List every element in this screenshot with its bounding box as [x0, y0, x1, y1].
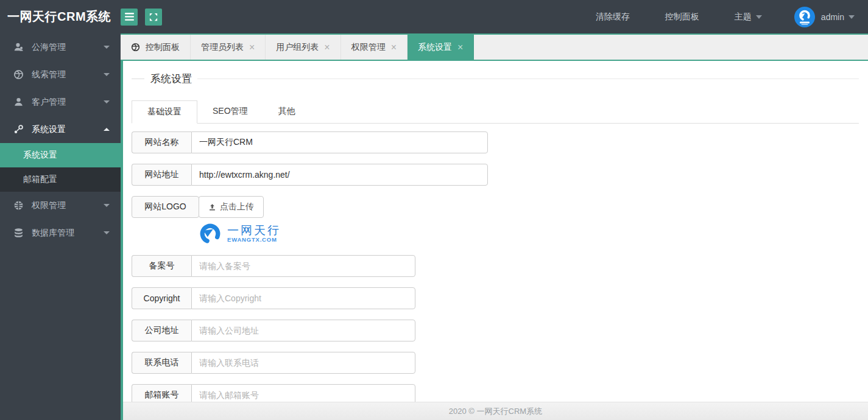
copyright-input[interactable] — [191, 287, 415, 309]
tab-basic-settings[interactable]: 基础设置 — [132, 100, 197, 124]
caret-down-icon — [756, 15, 762, 19]
settings-panel: 系统设置 基础设置 SEO管理 其他 网站名称 — [123, 61, 868, 402]
clear-cache-link[interactable]: 清除缓存 — [578, 0, 647, 33]
upload-button[interactable]: 点击上传 — [199, 196, 264, 218]
app-title: 一网天行CRM系统 — [0, 9, 121, 25]
logo-swoosh-icon — [199, 222, 222, 245]
fullscreen-icon — [149, 13, 158, 21]
sidebar-item-leads[interactable]: 线索管理 — [0, 61, 121, 88]
panel-title-row: 系统设置 — [132, 72, 859, 85]
tab-seo[interactable]: SEO管理 — [197, 100, 263, 124]
database-icon — [13, 228, 24, 238]
close-icon[interactable]: × — [457, 43, 463, 52]
chevron-down-icon — [104, 100, 110, 103]
icp-label: 备案号 — [132, 255, 191, 277]
app-window: 一网天行CRM系统 清除缓存 控制面板 主题 — [0, 0, 868, 420]
tab-system-settings[interactable]: 系统设置 × — [408, 35, 474, 60]
globe-icon — [131, 43, 140, 52]
sidebar-item-database[interactable]: 数据库管理 — [0, 219, 121, 247]
settings-nodes-icon — [13, 124, 24, 135]
chevron-down-icon — [104, 204, 110, 207]
site-logo-label: 网站LOGO — [132, 196, 199, 218]
user-icon — [13, 97, 24, 107]
logo-domain: EWANGTX.COM — [227, 237, 281, 243]
tab-permissions[interactable]: 权限管理 × — [341, 35, 408, 60]
tab-admin-list[interactable]: 管理员列表 × — [191, 35, 266, 60]
top-header: 一网天行CRM系统 清除缓存 控制面板 主题 — [0, 0, 868, 33]
user-avatar[interactable] — [794, 7, 815, 27]
dashboard-link[interactable]: 控制面板 — [647, 0, 717, 33]
caret-down-icon — [849, 15, 855, 19]
close-icon[interactable]: × — [324, 43, 330, 52]
page-title: 系统设置 — [144, 72, 197, 86]
settings-tabs: 基础设置 SEO管理 其他 — [132, 100, 859, 124]
tab-user-group-list[interactable]: 用户组列表 × — [266, 35, 340, 60]
email-label: 邮箱账号 — [132, 384, 191, 402]
basic-settings-form: 网站名称 网站地址 网站LOGO — [132, 131, 859, 402]
close-icon[interactable]: × — [249, 43, 255, 52]
hamburger-icon — [125, 13, 134, 21]
copyright-label: Copyright — [132, 287, 191, 309]
site-url-label: 网站地址 — [132, 164, 191, 186]
sidebar-subitem-system-settings[interactable]: 系统设置 — [0, 143, 121, 167]
sidebar-item-system-settings[interactable]: 系统设置 — [0, 116, 121, 143]
site-url-input[interactable] — [191, 164, 488, 186]
fullscreen-button[interactable] — [145, 9, 162, 26]
icp-input[interactable] — [191, 255, 415, 277]
sidebar-subitem-mail-config[interactable]: 邮箱配置 — [0, 167, 121, 192]
close-icon[interactable]: × — [391, 43, 397, 52]
email-input[interactable] — [191, 384, 415, 402]
users-icon — [13, 42, 24, 52]
site-name-label: 网站名称 — [132, 131, 191, 153]
window-tabbar: 控制面板 管理员列表 × 用户组列表 × 权限管理 × 系统设置 × — [121, 33, 868, 61]
footer: 2020 © 一网天行CRM系统 — [123, 402, 868, 420]
globe-grid-icon — [13, 200, 24, 211]
site-logo-preview: 一网天行 EWANGTX.COM — [199, 222, 859, 246]
chevron-down-icon — [104, 231, 110, 234]
tab-other[interactable]: 其他 — [263, 100, 311, 124]
header-actions: 清除缓存 控制面板 主题 admin — [578, 0, 868, 33]
user-menu[interactable]: admin — [821, 0, 868, 33]
company-address-input[interactable] — [191, 320, 415, 341]
upload-icon — [208, 203, 216, 211]
company-address-label: 公司地址 — [132, 320, 191, 341]
theme-dropdown[interactable]: 主题 — [717, 0, 780, 33]
chevron-down-icon — [104, 46, 110, 49]
tab-dashboard[interactable]: 控制面板 — [121, 35, 191, 60]
logo-title: 一网天行 — [227, 224, 281, 237]
chevron-up-icon — [104, 128, 110, 131]
sidebar: 公海管理 线索管理 客户管理 系统 — [0, 33, 121, 420]
sidebar-item-public-sea[interactable]: 公海管理 — [0, 33, 121, 61]
globe-icon — [13, 69, 24, 80]
sidebar-item-customers[interactable]: 客户管理 — [0, 88, 121, 116]
phone-input[interactable] — [191, 352, 415, 374]
sidebar-toggle-button[interactable] — [121, 9, 138, 26]
chevron-down-icon — [104, 73, 110, 76]
phone-label: 联系电话 — [132, 352, 191, 374]
username: admin — [821, 12, 844, 22]
site-name-input[interactable] — [191, 131, 488, 153]
footer-text: 2020 © 一网天行CRM系统 — [449, 406, 542, 417]
sidebar-item-permissions[interactable]: 权限管理 — [0, 192, 121, 219]
